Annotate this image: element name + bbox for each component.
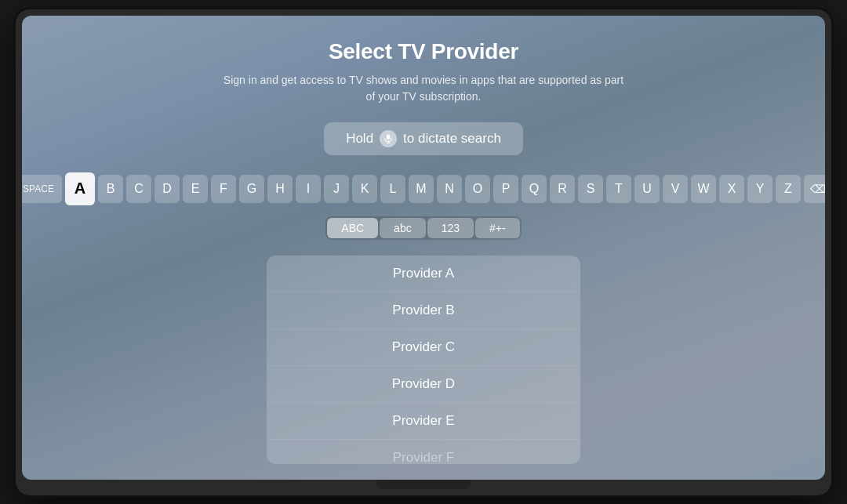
page-subtitle: Sign in and get access to TV shows and m… <box>220 72 627 105</box>
backspace-key[interactable]: ⌫ <box>804 175 825 203</box>
key-S[interactable]: S <box>578 175 603 203</box>
key-O[interactable]: O <box>465 175 490 203</box>
provider-item[interactable]: Provider F <box>267 440 580 464</box>
key-G[interactable]: G <box>239 175 264 203</box>
key-J[interactable]: J <box>324 175 349 203</box>
key-V[interactable]: V <box>663 175 688 203</box>
key-I[interactable]: I <box>296 175 321 203</box>
key-H[interactable]: H <box>267 175 293 203</box>
dictate-search-button[interactable]: Hold to dictate search <box>324 122 523 155</box>
tv-stand <box>376 480 471 489</box>
key-K[interactable]: K <box>352 175 377 203</box>
key-P[interactable]: P <box>493 175 518 203</box>
keyboard-modes: ABC abc 123 #+- <box>325 216 521 240</box>
key-M[interactable]: M <box>409 175 434 203</box>
mode-numeric[interactable]: 123 <box>427 218 474 238</box>
key-F[interactable]: F <box>211 175 236 203</box>
mode-abc-lower[interactable]: abc <box>380 218 426 238</box>
key-X[interactable]: X <box>719 175 744 203</box>
provider-item[interactable]: Provider A <box>267 256 580 292</box>
key-B[interactable]: B <box>98 175 123 203</box>
key-W[interactable]: W <box>691 175 716 203</box>
key-D[interactable]: D <box>154 175 180 203</box>
keyboard-row: SPACE A B C D E F G H I J K L M N O P Q … <box>38 172 809 205</box>
provider-item[interactable]: Provider D <box>267 366 580 403</box>
key-R[interactable]: R <box>550 175 575 203</box>
key-C[interactable]: C <box>126 175 151 203</box>
key-T[interactable]: T <box>606 175 631 203</box>
key-E[interactable]: E <box>183 175 208 203</box>
providers-list: Provider AProvider BProvider CProvider D… <box>267 256 580 464</box>
key-Z[interactable]: Z <box>776 175 801 203</box>
key-A[interactable]: A <box>65 172 95 205</box>
mode-symbols[interactable]: #+- <box>475 218 520 238</box>
key-N[interactable]: N <box>437 175 462 203</box>
tv-screen: Select TV Provider Sign in and get acces… <box>22 16 825 480</box>
key-L[interactable]: L <box>380 175 405 203</box>
space-key[interactable]: SPACE <box>22 175 62 203</box>
provider-item[interactable]: Provider E <box>267 403 580 440</box>
tv-bezel: Select TV Provider Sign in and get acces… <box>16 9 831 495</box>
provider-item[interactable]: Provider B <box>267 292 580 329</box>
page-title: Select TV Provider <box>329 39 518 64</box>
hold-label: Hold <box>346 131 373 147</box>
svg-rect-0 <box>387 134 390 140</box>
dictate-suffix-label: to dictate search <box>403 131 501 147</box>
key-U[interactable]: U <box>634 175 660 203</box>
key-Y[interactable]: Y <box>747 175 772 203</box>
key-Q[interactable]: Q <box>522 175 547 203</box>
provider-item[interactable]: Provider C <box>267 329 580 366</box>
mode-abc-upper[interactable]: ABC <box>327 218 378 238</box>
microphone-icon <box>380 130 397 147</box>
